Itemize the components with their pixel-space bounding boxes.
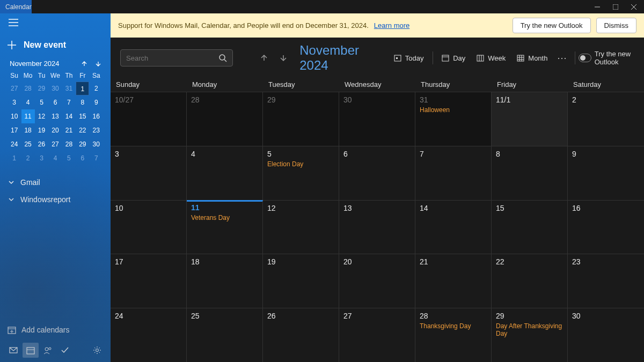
event-item[interactable]: Veterans Day xyxy=(191,214,258,221)
minical-day[interactable]: 23 xyxy=(90,123,103,137)
day-cell[interactable]: 30 xyxy=(339,92,415,146)
day-cell[interactable]: 27 xyxy=(339,308,415,362)
minical-day[interactable]: 1 xyxy=(76,82,89,95)
minical-day[interactable]: 6 xyxy=(48,95,62,109)
new-event-button[interactable]: New event xyxy=(0,34,111,56)
event-item[interactable]: Halloween xyxy=(420,106,487,114)
day-cell[interactable]: 10/27 xyxy=(111,92,187,146)
try-outlook-toggle[interactable] xyxy=(579,54,591,62)
day-cell[interactable]: 23 xyxy=(568,254,644,308)
day-cell[interactable]: 12 xyxy=(263,200,339,254)
minical-day[interactable]: 18 xyxy=(21,123,35,137)
try-outlook-button[interactable]: Try the new Outlook xyxy=(513,18,591,33)
minical-day[interactable]: 3 xyxy=(8,95,21,109)
day-cell[interactable]: 10 xyxy=(111,200,187,254)
minical-day[interactable]: 22 xyxy=(76,123,89,137)
day-cell[interactable]: 28 xyxy=(187,92,263,146)
minical-day[interactable]: 13 xyxy=(48,109,62,123)
calendar-app-button[interactable] xyxy=(23,343,39,358)
prev-month-button[interactable] xyxy=(258,50,271,65)
day-cell[interactable]: 5Election Day xyxy=(263,146,339,200)
day-view-button[interactable]: Day xyxy=(436,50,471,65)
event-item[interactable]: Thanksgiving Day xyxy=(420,322,487,330)
minical-day[interactable]: 16 xyxy=(90,109,103,123)
day-cell[interactable]: 14 xyxy=(415,200,492,254)
more-options-button[interactable]: ⋯ xyxy=(553,52,572,64)
day-cell[interactable]: 26 xyxy=(263,308,339,362)
day-cell[interactable]: 4 xyxy=(187,146,263,200)
minical-day[interactable]: 6 xyxy=(76,151,89,165)
minical-day[interactable]: 29 xyxy=(35,82,48,95)
day-cell[interactable]: 21 xyxy=(415,254,492,308)
day-cell[interactable]: 6 xyxy=(339,146,415,200)
day-cell[interactable]: 7 xyxy=(415,146,492,200)
minical-day[interactable]: 27 xyxy=(8,82,21,95)
minical-prev-button[interactable] xyxy=(80,60,88,68)
minical-day[interactable]: 20 xyxy=(48,123,62,137)
minical-day[interactable]: 25 xyxy=(21,137,35,151)
month-title[interactable]: November 2024 xyxy=(299,43,383,73)
search-box[interactable] xyxy=(120,49,233,67)
day-cell[interactable]: 3 xyxy=(111,146,187,200)
day-cell[interactable]: 25 xyxy=(187,308,263,362)
event-item[interactable]: Day After Thanksgiving Day xyxy=(496,322,563,337)
dismiss-banner-button[interactable]: Dismiss xyxy=(596,18,637,33)
day-cell[interactable]: 8 xyxy=(492,146,568,200)
minical-day[interactable]: 2 xyxy=(21,151,35,165)
minical-day[interactable]: 7 xyxy=(62,95,76,109)
minical-day[interactable]: 10 xyxy=(8,109,21,123)
minical-day[interactable]: 8 xyxy=(76,95,89,109)
day-cell[interactable]: 11Veterans Day xyxy=(187,200,263,254)
minical-day[interactable]: 14 xyxy=(62,109,76,123)
day-cell[interactable]: 16 xyxy=(568,200,644,254)
day-cell[interactable]: 11/1 xyxy=(492,92,568,146)
minical-day[interactable]: 29 xyxy=(76,137,89,151)
day-cell[interactable]: 19 xyxy=(263,254,339,308)
day-cell[interactable]: 31Halloween xyxy=(415,92,492,146)
minical-day[interactable]: 21 xyxy=(62,123,76,137)
day-cell[interactable]: 22 xyxy=(492,254,568,308)
minical-day[interactable]: 24 xyxy=(8,137,21,151)
day-cell[interactable]: 9 xyxy=(568,146,644,200)
minical-day[interactable]: 11 xyxy=(21,109,35,123)
day-cell[interactable]: 28Thanksgiving Day xyxy=(415,308,492,362)
minical-day[interactable]: 2 xyxy=(90,82,103,95)
minical-day[interactable]: 28 xyxy=(62,137,76,151)
search-input[interactable] xyxy=(126,54,218,62)
minical-day[interactable]: 17 xyxy=(8,123,21,137)
banner-link[interactable]: Learn more xyxy=(374,21,409,29)
minimize-button[interactable] xyxy=(588,0,606,13)
day-cell[interactable]: 13 xyxy=(339,200,415,254)
minical-day[interactable]: 3 xyxy=(35,151,48,165)
minical-day[interactable]: 4 xyxy=(21,95,35,109)
minical-next-button[interactable] xyxy=(94,60,102,68)
minical-day[interactable]: 19 xyxy=(35,123,48,137)
minical-day[interactable]: 5 xyxy=(35,95,48,109)
week-view-button[interactable]: Week xyxy=(471,50,511,65)
minical-day[interactable]: 30 xyxy=(48,82,62,95)
minical-day[interactable]: 1 xyxy=(8,151,21,165)
minical-day[interactable]: 26 xyxy=(35,137,48,151)
settings-button[interactable] xyxy=(89,343,105,358)
day-cell[interactable]: 20 xyxy=(339,254,415,308)
minical-day[interactable]: 7 xyxy=(90,151,103,165)
minical-day[interactable]: 5 xyxy=(62,151,76,165)
close-button[interactable] xyxy=(625,0,643,13)
minical-day[interactable]: 4 xyxy=(48,151,62,165)
month-view-button[interactable]: Month xyxy=(511,50,553,65)
minical-day[interactable]: 15 xyxy=(76,109,89,123)
people-app-button[interactable] xyxy=(40,343,56,358)
mail-app-button[interactable] xyxy=(5,343,21,358)
day-cell[interactable]: 18 xyxy=(187,254,263,308)
minical-day[interactable]: 9 xyxy=(90,95,103,109)
day-cell[interactable]: 30 xyxy=(568,308,644,362)
day-cell[interactable]: 24 xyxy=(111,308,187,362)
day-cell[interactable]: 2 xyxy=(568,92,644,146)
minical-day[interactable]: 28 xyxy=(21,82,35,95)
menu-button[interactable] xyxy=(0,13,111,34)
next-month-button[interactable] xyxy=(276,50,290,65)
day-cell[interactable]: 29Day After Thanksgiving Day xyxy=(492,308,568,362)
today-button[interactable]: Today xyxy=(388,50,429,65)
day-cell[interactable]: 17 xyxy=(111,254,187,308)
day-cell[interactable]: 15 xyxy=(492,200,568,254)
